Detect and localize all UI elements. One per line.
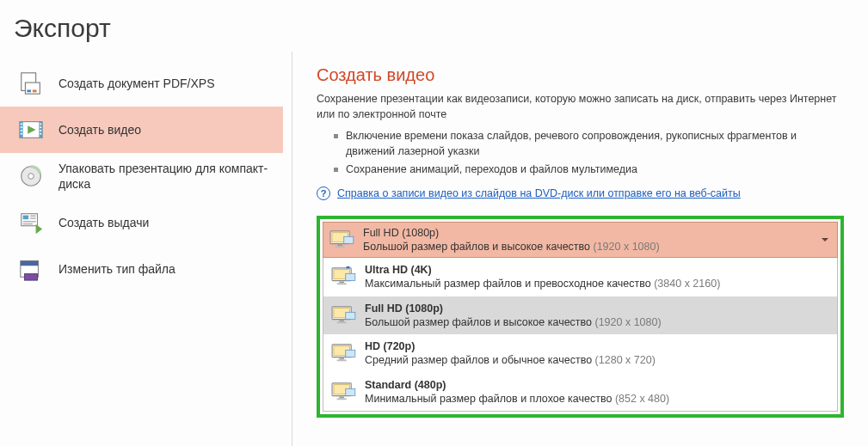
video-icon bbox=[17, 116, 45, 144]
svg-rect-19 bbox=[23, 216, 29, 220]
change-file-type-icon bbox=[17, 255, 45, 283]
export-sidebar: Создать документ PDF/XPS Создать видео bbox=[0, 52, 292, 446]
help-row: ? Справка о записи видео из слайдов на D… bbox=[317, 186, 844, 200]
pdf-xps-icon bbox=[17, 70, 45, 97]
svg-rect-34 bbox=[339, 282, 344, 284]
sidebar-item-package-cd[interactable]: Упаковать презентацию для компакт-диска bbox=[0, 153, 283, 199]
sidebar-item-label: Создать видео bbox=[58, 122, 141, 137]
feature-bullet: Сохранение анимаций, переходов и файлов … bbox=[334, 161, 844, 180]
help-link[interactable]: Справка о записи видео из слайдов на DVD… bbox=[337, 187, 741, 199]
svg-rect-42 bbox=[346, 312, 355, 319]
sidebar-item-label: Создать выдачи bbox=[58, 215, 149, 230]
option-desc: Минимальный размер файлов и плохое качес… bbox=[365, 392, 669, 406]
svg-rect-23 bbox=[23, 223, 33, 224]
svg-rect-25 bbox=[21, 261, 39, 266]
quality-option[interactable]: Ultra HD (4K) Максимальный размер файлов… bbox=[323, 258, 837, 296]
monitor-icon bbox=[330, 266, 356, 287]
svg-rect-35 bbox=[337, 284, 347, 285]
svg-rect-45 bbox=[339, 358, 344, 360]
svg-rect-11 bbox=[40, 124, 41, 125]
quality-option[interactable]: Full HD (1080p) Большой размер файлов и … bbox=[323, 296, 837, 335]
svg-rect-30 bbox=[336, 246, 345, 247]
quality-option[interactable]: Standard (480p) Минимальный размер файло… bbox=[323, 373, 837, 412]
feature-bullet: Включение времени показа слайдов, речево… bbox=[334, 127, 844, 161]
dropdown-caret-icon bbox=[822, 238, 828, 241]
option-title: Full HD (1080p) bbox=[365, 302, 662, 315]
svg-rect-12 bbox=[40, 126, 41, 128]
svg-rect-50 bbox=[339, 396, 344, 398]
svg-rect-3 bbox=[33, 90, 37, 93]
option-text: HD (720p) Средний размер файлов и обычно… bbox=[365, 339, 656, 368]
monitor-icon bbox=[329, 229, 354, 250]
svg-rect-9 bbox=[21, 130, 22, 131]
monitor-icon bbox=[330, 305, 356, 326]
main-intro: Сохранение презентации как видеозаписи, … bbox=[317, 92, 844, 122]
main-heading: Создать видео bbox=[317, 65, 844, 85]
svg-rect-51 bbox=[337, 398, 347, 400]
quality-option[interactable]: HD (720p) Средний размер файлов и обычно… bbox=[323, 334, 837, 373]
option-title: Ultra HD (4K) bbox=[365, 263, 720, 277]
option-desc: Средний размер файлов и обычное качество… bbox=[365, 353, 656, 367]
svg-rect-29 bbox=[337, 244, 342, 246]
monitor-icon bbox=[330, 382, 356, 402]
svg-rect-20 bbox=[30, 216, 36, 217]
sidebar-item-create-video[interactable]: Создать видео bbox=[0, 107, 283, 153]
svg-rect-8 bbox=[21, 126, 22, 128]
selected-title: Full HD (1080p) bbox=[363, 226, 660, 240]
sidebar-item-label: Создать документ PDF/XPS bbox=[58, 76, 215, 91]
sidebar-item-label: Упаковать презентацию для компакт-диска bbox=[58, 161, 274, 192]
sidebar-item-label: Изменить тип файла bbox=[58, 261, 175, 277]
handouts-icon bbox=[17, 209, 45, 236]
svg-rect-2 bbox=[27, 90, 31, 93]
sidebar-item-pdf-xps[interactable]: Создать документ PDF/XPS bbox=[0, 60, 283, 107]
svg-rect-31 bbox=[344, 236, 354, 243]
option-desc: Максимальный размер файлов и превосходно… bbox=[365, 277, 720, 290]
svg-rect-52 bbox=[346, 388, 355, 395]
page-title: Экспорт bbox=[0, 0, 868, 52]
selected-option-text: Full HD (1080p) Большой размер файлов и … bbox=[363, 226, 660, 254]
option-title: Standard (480p) bbox=[365, 378, 669, 392]
help-icon: ? bbox=[317, 186, 330, 200]
option-desc: Большой размер файлов и высокое качество… bbox=[365, 315, 662, 329]
content-area: Создать документ PDF/XPS Создать видео bbox=[0, 52, 868, 446]
sidebar-item-handouts[interactable]: Создать выдачи bbox=[0, 199, 283, 246]
selected-desc: Большой размер файлов и высокое качество… bbox=[363, 240, 660, 254]
sidebar-item-change-file-type[interactable]: Изменить тип файла bbox=[0, 246, 283, 292]
cd-icon bbox=[17, 162, 45, 190]
feature-bullets: Включение времени показа слайдов, речево… bbox=[317, 127, 844, 180]
option-text: Full HD (1080p) Большой размер файлов и … bbox=[365, 302, 662, 330]
quality-selector-highlight: Full HD (1080p) Большой размер файлов и … bbox=[317, 216, 844, 419]
svg-rect-22 bbox=[23, 221, 36, 222]
option-text: Ultra HD (4K) Максимальный размер файлов… bbox=[365, 263, 720, 291]
svg-rect-47 bbox=[346, 351, 355, 357]
quality-dropdown-list: Ultra HD (4K) Максимальный размер файлов… bbox=[323, 258, 838, 412]
svg-rect-21 bbox=[30, 217, 36, 218]
svg-rect-13 bbox=[40, 130, 41, 131]
main-panel: Создать видео Сохранение презентации как… bbox=[292, 52, 868, 446]
svg-rect-14 bbox=[40, 133, 41, 135]
svg-rect-10 bbox=[21, 133, 22, 135]
svg-rect-36 bbox=[346, 274, 355, 281]
svg-rect-40 bbox=[339, 320, 344, 321]
svg-rect-46 bbox=[337, 360, 347, 362]
svg-rect-41 bbox=[337, 321, 347, 323]
svg-rect-26 bbox=[25, 274, 38, 281]
monitor-icon bbox=[330, 343, 356, 364]
quality-dropdown-selected[interactable]: Full HD (1080p) Большой размер файлов и … bbox=[323, 222, 838, 259]
svg-rect-7 bbox=[21, 124, 22, 125]
option-title: HD (720p) bbox=[365, 339, 656, 353]
svg-point-17 bbox=[28, 174, 34, 180]
option-text: Standard (480p) Минимальный размер файло… bbox=[365, 378, 669, 406]
